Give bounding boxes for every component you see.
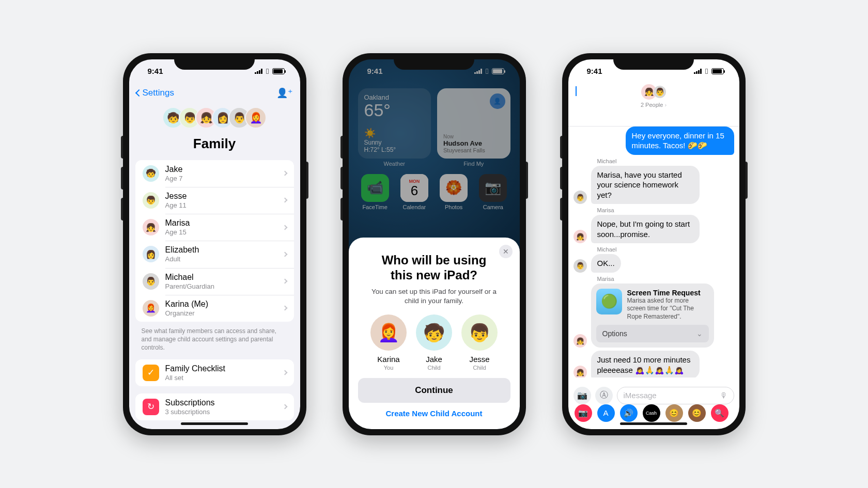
member-name: Karina (Me) — [165, 299, 277, 309]
user-choice[interactable]: 🧒 Jake Child — [416, 314, 452, 371]
member-name: Marisa — [165, 218, 277, 228]
imessage-app[interactable]: 📷 — [575, 404, 592, 422]
imessage-app[interactable]: A — [597, 404, 615, 422]
avatar: 👧 — [574, 366, 587, 377]
battery-icon — [711, 68, 724, 74]
checklist-sub: All set — [165, 374, 277, 382]
member-row[interactable]: 👩 Elizabeth Adult — [135, 241, 294, 267]
sender-label: Michael — [597, 158, 734, 164]
family-avatar: 👩‍🦰 — [245, 107, 267, 129]
avatar: 👦 — [461, 314, 498, 351]
avatar: 🧒 — [143, 165, 159, 182]
notch — [174, 53, 255, 70]
create-child-link[interactable]: Create New Child Account — [358, 409, 510, 418]
members-hint: See what family members can access and s… — [129, 322, 300, 359]
apps-rail: 📷A🔊Cash😊😊🔍 — [568, 404, 739, 422]
home-indicator[interactable] — [181, 422, 248, 425]
appstore-button[interactable]: Ⓐ — [595, 387, 613, 404]
chevron-right-icon — [282, 171, 287, 176]
member-name: Jake — [165, 164, 277, 175]
imessage-app[interactable]: 😊 — [688, 404, 706, 422]
conversation-avatars[interactable]: 👧 👨 — [568, 83, 739, 100]
incoming-message[interactable]: Nope, but I'm going to start soon...prom… — [591, 215, 700, 243]
notch — [394, 53, 474, 70]
sender-label: Michael — [597, 246, 734, 253]
request-body: Marisa asked for more screen time for "C… — [627, 297, 709, 321]
person-role: You — [384, 365, 394, 371]
signal-icon — [255, 67, 263, 75]
family-checklist-row[interactable]: ✓ Family Checklist All set — [135, 359, 294, 386]
person-name: Karina — [377, 355, 399, 364]
checklist-card: ✓ Family Checklist All set — [135, 359, 294, 386]
screen-time-request-card[interactable]: 🟢 Screen Time Request Marisa asked for m… — [591, 284, 714, 348]
imessage-app[interactable]: 🔊 — [620, 404, 638, 422]
chevron-right-icon — [282, 370, 287, 375]
options-button[interactable]: Options ⌄ — [596, 325, 709, 342]
member-row[interactable]: 👩‍🦰 Karina (Me) Organizer — [135, 295, 294, 322]
chevron-right-icon — [282, 251, 287, 257]
imessage-app[interactable]: Cash — [643, 404, 660, 422]
message-input[interactable]: iMessage 🎙 — [617, 387, 734, 404]
signal-icon — [694, 67, 702, 75]
member-role: Parent/Guardian — [165, 282, 277, 291]
chevron-right-icon — [282, 279, 287, 284]
phone-family-settings: 9:41 􀙇 Settings 👤⁺ 🧒👦👧👩👨👩‍🦰 Family 🧒 Jak… — [123, 53, 306, 435]
chevron-left-icon — [576, 86, 577, 96]
avatar: 🧒 — [416, 314, 452, 351]
incoming-message[interactable]: Just need 10 more minutes pleeeease 🙇‍♀️… — [591, 351, 700, 377]
checklist-icon: ✓ — [143, 365, 159, 381]
subscriptions-title: Subscriptions — [165, 398, 277, 408]
subscriptions-sub: 3 subscriptions — [165, 408, 277, 416]
setup-sheet: ✕ Who will be using this new iPad? You c… — [349, 238, 520, 429]
wifi-icon: 􀙇 — [266, 67, 269, 75]
imessage-app[interactable]: 😊 — [665, 404, 683, 422]
phone-setup-sheet: 9:41 􀙇 Oakland 65° ☀️ Sunny H:72° L:55° … — [343, 53, 526, 435]
chevron-left-icon — [135, 89, 142, 96]
chevron-down-icon: ⌄ — [696, 329, 703, 338]
chevron-right-icon — [282, 198, 287, 203]
member-row[interactable]: 🧒 Jake Age 7 — [135, 160, 294, 187]
add-member-icon[interactable]: 👤⁺ — [276, 87, 293, 99]
avatar: 👩‍🦰 — [370, 314, 407, 351]
user-choice[interactable]: 👩‍🦰 Karina You — [370, 314, 407, 371]
back-button[interactable]: Settings — [136, 88, 174, 98]
person-name: Jesse — [469, 355, 489, 364]
back-button[interactable] — [576, 86, 577, 96]
outgoing-message[interactable]: Hey everyone, dinner in 15 minutes. Taco… — [626, 127, 734, 155]
family-avatars: 🧒👦👧👩👨👩‍🦰 — [129, 107, 300, 129]
member-row[interactable]: 👦 Jesse Age 11 — [135, 187, 294, 214]
home-indicator[interactable] — [620, 422, 687, 425]
subscriptions-icon: ↻ — [143, 399, 159, 415]
wifi-icon: 􀙇 — [705, 67, 708, 75]
person-role: Child — [473, 365, 486, 371]
member-name: Jesse — [165, 191, 277, 201]
member-role: Age 7 — [165, 175, 277, 183]
close-button[interactable]: ✕ — [499, 245, 513, 258]
member-role: Age 15 — [165, 228, 277, 237]
incoming-message[interactable]: Marisa, have you started your science ho… — [591, 166, 700, 204]
subscriptions-row[interactable]: ↻ Subscriptions 3 subscriptions — [135, 393, 294, 420]
dictate-icon[interactable]: 🎙 — [720, 391, 727, 400]
status-time: 9:41 — [148, 67, 163, 75]
avatar: 👧 — [574, 230, 587, 243]
continue-button[interactable]: Continue — [358, 378, 510, 403]
sheet-people: 👩‍🦰 Karina You 🧒 Jake Child 👦 Jesse Chil… — [358, 314, 510, 371]
user-choice[interactable]: 👦 Jesse Child — [461, 314, 498, 371]
member-row[interactable]: 👧 Marisa Age 15 — [135, 214, 294, 241]
subscriptions-card: ↻ Subscriptions 3 subscriptions — [135, 393, 294, 420]
incoming-message[interactable]: OK... — [591, 254, 621, 273]
member-row[interactable]: 👨 Michael Parent/Guardian — [135, 268, 294, 295]
member-name: Michael — [165, 272, 277, 282]
imessage-app[interactable]: 🔍 — [711, 404, 729, 422]
message-placeholder: iMessage — [624, 391, 657, 400]
avatar: 👨 — [574, 191, 587, 204]
camera-button[interactable]: 📷 — [574, 387, 591, 404]
conversation-title[interactable]: 2 People — [641, 102, 663, 108]
page-title: Family — [129, 136, 300, 152]
person-name: Jake — [426, 355, 442, 364]
messages-thread[interactable]: Hey everyone, dinner in 15 minutes. Taco… — [568, 127, 739, 377]
chevron-right-icon — [282, 404, 287, 410]
avatar: 👩 — [143, 246, 159, 262]
avatar: 👨 — [574, 259, 587, 273]
avatar: 👩‍🦰 — [143, 300, 159, 317]
